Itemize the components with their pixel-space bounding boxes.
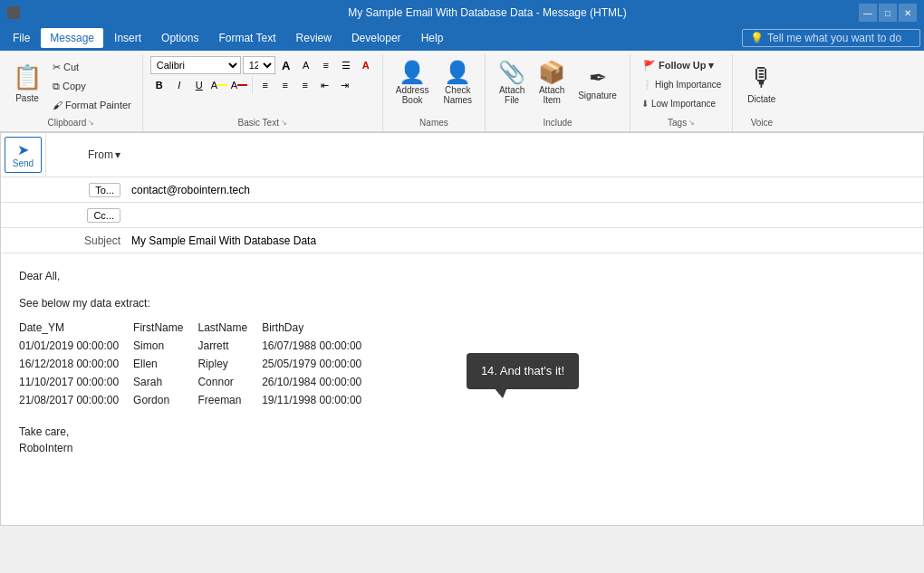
low-importance-icon: ⬇ bbox=[641, 99, 649, 109]
minimize-button[interactable]: — bbox=[859, 4, 877, 22]
high-importance-icon: ❕ bbox=[641, 80, 652, 90]
col-header-lastname: LastName bbox=[197, 319, 262, 337]
cut-button[interactable]: ✂ Cut bbox=[49, 58, 135, 76]
tags-expand-icon[interactable]: ↘ bbox=[688, 119, 695, 127]
window-title: My Sample Email With Database Data - Mes… bbox=[116, 6, 859, 19]
check-names-label: Check Names bbox=[443, 85, 472, 105]
low-importance-label: Low Importance bbox=[651, 99, 716, 109]
table-cell: 21/08/2017 00:00:00 bbox=[19, 391, 133, 409]
list-bullet-button[interactable]: ≡ bbox=[317, 56, 335, 74]
font-size-select[interactable]: 12 bbox=[243, 56, 275, 74]
basic-text-expand-icon[interactable]: ↘ bbox=[281, 119, 287, 127]
table-header-row: Date_YM FirstName LastName BirthDay bbox=[19, 319, 376, 337]
font-color-button[interactable]: A bbox=[230, 76, 248, 94]
from-input[interactable] bbox=[128, 145, 923, 165]
address-book-icon: 👤 bbox=[399, 62, 426, 83]
subject-input[interactable] bbox=[128, 231, 923, 251]
copy-button[interactable]: ⧉ Copy bbox=[49, 77, 135, 95]
format-painter-button[interactable]: 🖌 Format Painter bbox=[49, 96, 135, 114]
subject-label: Subject bbox=[46, 234, 128, 247]
maximize-button[interactable]: □ bbox=[879, 4, 897, 22]
from-dropdown-arrow[interactable]: ▾ bbox=[115, 148, 120, 161]
attach-item-label: Attach Item bbox=[539, 85, 564, 105]
address-book-button[interactable]: 👤 Address Book bbox=[390, 56, 435, 110]
follow-up-dropdown-icon[interactable]: ▾ bbox=[708, 60, 714, 72]
font-family-select[interactable]: Calibri bbox=[150, 56, 241, 74]
follow-up-button[interactable]: 🚩 Follow Up ▾ bbox=[638, 56, 725, 74]
high-importance-button[interactable]: ❕ High Importance bbox=[638, 75, 725, 93]
send-area: ➤ Send bbox=[1, 133, 46, 177]
from-dropdown[interactable]: From ▾ bbox=[88, 148, 120, 161]
menu-message[interactable]: Message bbox=[41, 28, 103, 48]
cut-icon: ✂ bbox=[53, 62, 61, 73]
close-button[interactable]: ✕ bbox=[899, 4, 917, 22]
subject-row: Subject bbox=[1, 228, 923, 253]
lightbulb-icon: 💡 bbox=[750, 32, 764, 44]
signature-label: Signature bbox=[578, 91, 617, 100]
bold-button[interactable]: B bbox=[150, 76, 168, 94]
menu-insert[interactable]: Insert bbox=[105, 28, 150, 48]
to-button[interactable]: To... bbox=[89, 183, 120, 197]
to-label: To... bbox=[46, 183, 128, 197]
underline-button[interactable]: U bbox=[190, 76, 208, 94]
menu-options[interactable]: Options bbox=[152, 28, 207, 48]
ribbon: 📋 Paste ✂ Cut ⧉ Copy 🖌 Format Painter C bbox=[0, 51, 924, 132]
table-cell: 19/11/1998 00:00:00 bbox=[262, 391, 376, 409]
decrease-indent-button[interactable]: ⇤ bbox=[316, 76, 334, 94]
cc-row: Cc... bbox=[1, 203, 923, 228]
low-importance-button[interactable]: ⬇ Low Importance bbox=[638, 94, 725, 112]
to-input[interactable] bbox=[128, 180, 923, 200]
paste-button[interactable]: 📋 Paste bbox=[7, 56, 47, 110]
menu-review[interactable]: Review bbox=[287, 28, 341, 48]
send-button[interactable]: ➤ Send bbox=[5, 137, 42, 173]
ribbon-group-voice: 🎙 Dictate Voice bbox=[733, 54, 790, 131]
dictate-icon: 🎙 bbox=[749, 62, 775, 92]
attach-file-button[interactable]: 📎 Attach File bbox=[493, 56, 531, 110]
to-row: To... bbox=[1, 177, 923, 203]
menu-format-text[interactable]: Format Text bbox=[209, 28, 284, 48]
menu-bar: File Message Insert Options Format Text … bbox=[0, 25, 924, 51]
clipboard-content: 📋 Paste ✂ Cut ⧉ Copy 🖌 Format Painter bbox=[7, 56, 135, 116]
increase-indent-button[interactable]: ⇥ bbox=[336, 76, 354, 94]
col-header-firstname: FirstName bbox=[133, 319, 197, 337]
tell-me-input[interactable] bbox=[767, 32, 912, 44]
align-right-button[interactable]: ≡ bbox=[296, 76, 314, 94]
table-cell: Ellen bbox=[133, 355, 197, 373]
table-row: 11/10/2017 00:00:00SarahConnor26/10/1984… bbox=[19, 373, 376, 391]
attach-item-button[interactable]: 📦 Attach Item bbox=[533, 56, 571, 110]
basic-text-content: Calibri 12 A A ≡ ☰ A B I U A A bbox=[150, 56, 375, 116]
email-body[interactable]: Dear All, See below my data extract: Dat… bbox=[1, 253, 923, 525]
table-row: 21/08/2017 00:00:00GordonFreeman19/11/19… bbox=[19, 391, 376, 409]
cc-button[interactable]: Cc... bbox=[87, 208, 120, 223]
check-names-button[interactable]: 👤 Check Names bbox=[438, 56, 477, 110]
grow-font-button[interactable]: A bbox=[277, 56, 295, 74]
highlight-button[interactable]: A bbox=[210, 76, 228, 94]
format-painter-label: Format Painter bbox=[65, 100, 131, 110]
tell-me-search[interactable]: 💡 bbox=[742, 29, 920, 47]
align-left-button[interactable]: ≡ bbox=[256, 76, 274, 94]
clipboard-expand-icon[interactable]: ↘ bbox=[88, 119, 94, 127]
from-row: ➤ Send From ▾ bbox=[1, 133, 923, 177]
align-center-button[interactable]: ≡ bbox=[276, 76, 294, 94]
cc-input[interactable] bbox=[128, 205, 923, 225]
text-effects-button[interactable]: A bbox=[357, 56, 375, 74]
send-arrow-icon: ➤ bbox=[17, 141, 29, 158]
window-controls: — □ ✕ bbox=[859, 4, 917, 22]
col-header-date: Date_YM bbox=[19, 319, 133, 337]
greeting: Dear All, bbox=[19, 268, 905, 284]
table-cell: 01/01/2019 00:00:00 bbox=[19, 337, 133, 355]
paste-label: Paste bbox=[15, 93, 39, 103]
signature-button[interactable]: ✒ Signature bbox=[573, 56, 622, 110]
dictate-button[interactable]: 🎙 Dictate bbox=[740, 56, 783, 110]
attach-file-icon: 📎 bbox=[498, 62, 525, 83]
intro: See below my data extract: bbox=[19, 295, 905, 311]
italic-button[interactable]: I bbox=[170, 76, 188, 94]
menu-file[interactable]: File bbox=[4, 28, 39, 48]
voice-content: 🎙 Dictate bbox=[740, 56, 783, 116]
email-compose-area: ➤ Send From ▾ To... Cc... Subject bbox=[0, 132, 924, 526]
menu-help[interactable]: Help bbox=[412, 28, 453, 48]
menu-developer[interactable]: Developer bbox=[342, 28, 410, 48]
format-painter-icon: 🖌 bbox=[53, 100, 63, 110]
shrink-font-button[interactable]: A bbox=[297, 56, 315, 74]
list-number-button[interactable]: ☰ bbox=[337, 56, 355, 74]
